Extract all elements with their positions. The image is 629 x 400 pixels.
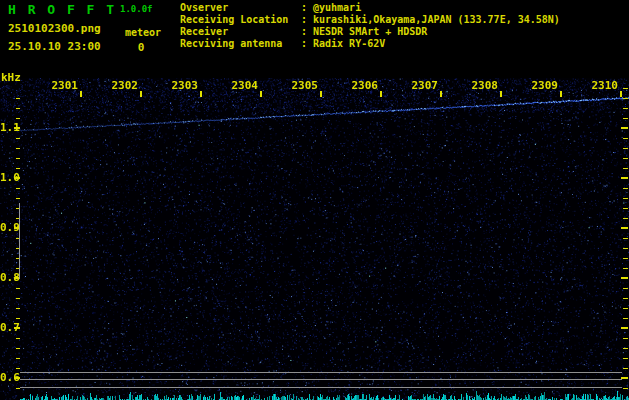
- y-axis-minor-tick: [16, 118, 20, 119]
- y-axis-right-minor-tick: [623, 148, 628, 149]
- y-axis-minor-tick: [16, 298, 20, 299]
- y-axis-right-major-tick: [621, 327, 628, 329]
- x-axis-tick-label: 2306: [350, 79, 378, 92]
- y-axis-right-minor-tick: [623, 168, 628, 169]
- y-axis-right-minor-tick: [623, 198, 628, 199]
- info-value: kurashiki,Okayama,JAPAN (133.77E, 34.58N…: [313, 14, 560, 25]
- info-label: Ovserver: [180, 2, 301, 14]
- y-axis-right-major-tick: [621, 277, 628, 279]
- y-axis-right-minor-tick: [623, 298, 628, 299]
- x-axis-tick-label: 2307: [410, 79, 438, 92]
- y-axis-major-tick: [14, 177, 20, 179]
- info-row-location: Receiving Location:kurashiki,Okayama,JAP…: [180, 14, 560, 26]
- info-separator: :: [301, 2, 313, 14]
- info-value: NESDR SMArt + HDSDR: [313, 26, 427, 37]
- x-axis-tick-label: 2303: [170, 79, 198, 92]
- y-axis-minor-tick: [16, 348, 20, 349]
- app-version: 1.0.0f: [120, 4, 153, 14]
- y-axis-right-minor-tick: [623, 238, 628, 239]
- y-axis-tick-label: 0.8: [0, 271, 14, 284]
- y-axis-right-minor-tick: [623, 288, 628, 289]
- y-axis-right-minor-tick: [623, 138, 628, 139]
- y-axis-right-major-tick: [621, 177, 628, 179]
- y-axis-right-minor-tick: [623, 118, 628, 119]
- y-axis-tick-label: 1.1: [0, 121, 14, 134]
- y-axis-right-minor-tick: [623, 108, 628, 109]
- y-axis-minor-tick: [16, 318, 20, 319]
- meteor-count-label: meteor: [125, 27, 161, 38]
- y-axis-minor-tick: [16, 108, 20, 109]
- y-axis-major-tick: [14, 127, 20, 129]
- info-value: @yuhmari: [313, 2, 361, 13]
- x-axis-tick: [440, 91, 442, 97]
- y-axis-right-minor-tick: [623, 218, 628, 219]
- reference-line: [20, 379, 622, 380]
- info-row-antenna: Recviving antenna:Radix RY-62V: [180, 38, 560, 50]
- y-axis-minor-tick: [16, 358, 20, 359]
- x-axis-tick-label: 2304: [230, 79, 258, 92]
- y-axis-tick-label: 1.0: [0, 171, 14, 184]
- y-axis-minor-tick: [16, 158, 20, 159]
- y-axis-major-tick: [14, 327, 20, 329]
- output-filename: 2510102300.png: [8, 22, 101, 35]
- y-axis-right-minor-tick: [623, 158, 628, 159]
- y-axis-right-minor-tick: [623, 318, 628, 319]
- info-label: Receiver: [180, 26, 301, 38]
- app-title: H R O F F T: [8, 2, 116, 17]
- y-axis-right-minor-tick: [623, 88, 628, 89]
- info-row-observer: Ovserver:@yuhmari: [180, 2, 560, 14]
- vertical-marker: [19, 203, 20, 279]
- x-axis-tick-label: 2302: [110, 79, 138, 92]
- x-axis-tick: [500, 91, 502, 97]
- y-axis-right-major-tick: [621, 377, 628, 379]
- y-axis-right-minor-tick: [623, 348, 628, 349]
- x-axis-tick-label: 2301: [50, 79, 78, 92]
- y-axis-minor-tick: [16, 388, 20, 389]
- x-axis-tick: [380, 91, 382, 97]
- y-axis-minor-tick: [16, 148, 20, 149]
- y-axis-minor-tick: [16, 338, 20, 339]
- y-axis-right-major-tick: [621, 227, 628, 229]
- x-axis-tick-label: 2308: [470, 79, 498, 92]
- y-axis-minor-tick: [16, 288, 20, 289]
- x-axis-tick: [620, 91, 622, 97]
- info-label: Receiving Location: [180, 14, 301, 26]
- y-axis-right-minor-tick: [623, 308, 628, 309]
- x-axis-tick: [560, 91, 562, 97]
- info-separator: :: [301, 38, 313, 50]
- info-separator: :: [301, 26, 313, 38]
- x-axis-tick: [260, 91, 262, 97]
- x-axis-tick-label: 2310: [590, 79, 618, 92]
- y-axis-tick-label: 0.9: [0, 221, 14, 234]
- observation-timestamp: 25.10.10 23:00: [8, 40, 101, 53]
- spectrogram-canvas: [0, 78, 629, 400]
- y-axis-right-minor-tick: [623, 208, 628, 209]
- y-axis-tick-label: 0.7: [0, 321, 14, 334]
- y-axis-right-minor-tick: [623, 368, 628, 369]
- info-separator: :: [301, 14, 313, 26]
- y-axis-minor-tick: [16, 308, 20, 309]
- y-axis-right-minor-tick: [623, 98, 628, 99]
- x-axis-tick: [320, 91, 322, 97]
- y-axis-right-minor-tick: [623, 338, 628, 339]
- x-axis-tick: [200, 91, 202, 97]
- y-axis-right-minor-tick: [623, 388, 628, 389]
- reference-line: [20, 372, 622, 373]
- y-axis-minor-tick: [16, 168, 20, 169]
- y-axis-right-minor-tick: [623, 258, 628, 259]
- meteor-count-value: 0: [127, 41, 155, 54]
- info-label: Recviving antenna: [180, 38, 301, 50]
- station-info: Ovserver:@yuhmari Receiving Location:kur…: [180, 2, 560, 50]
- y-axis-minor-tick: [16, 368, 20, 369]
- reference-line: [20, 387, 622, 388]
- y-axis-unit-label: kHz: [1, 71, 21, 84]
- x-axis-tick-label: 2309: [530, 79, 558, 92]
- y-axis-right-major-tick: [621, 127, 628, 129]
- x-axis-tick: [80, 91, 82, 97]
- y-axis-minor-tick: [16, 98, 20, 99]
- y-axis-minor-tick: [16, 138, 20, 139]
- y-axis-minor-tick: [16, 198, 20, 199]
- info-value: Radix RY-62V: [313, 38, 385, 49]
- x-axis-tick-label: 2305: [290, 79, 318, 92]
- y-axis-tick-label: 0.6: [0, 371, 14, 384]
